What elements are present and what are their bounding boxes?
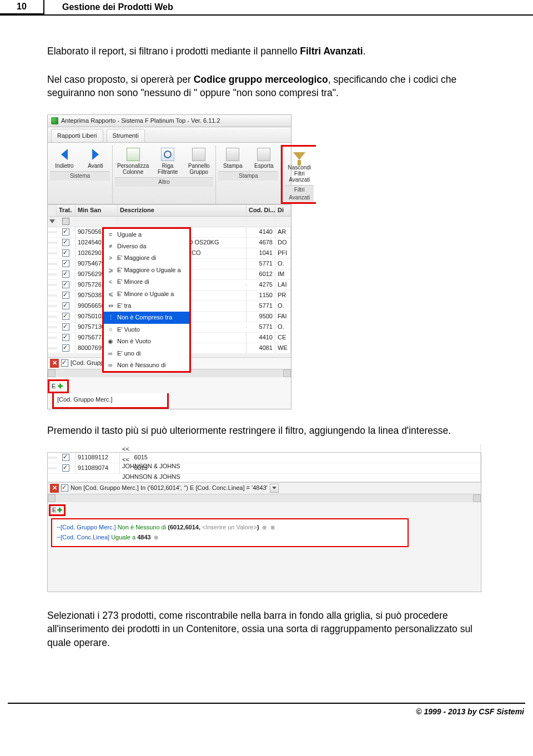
remove-icon[interactable]: ⊗: [269, 524, 276, 531]
plus-icon: ✚: [57, 506, 62, 514]
checkbox-icon[interactable]: [62, 292, 69, 299]
checkbox-icon[interactable]: [62, 323, 69, 331]
checkbox-icon[interactable]: [62, 271, 69, 278]
checkbox-icon[interactable]: [62, 313, 69, 320]
funnel-icon: [49, 219, 55, 223]
col-cod-di[interactable]: Cod. Di...: [247, 205, 275, 216]
filter-line-2[interactable]: ┈[Cod. Conc.Linea] Uguale a 4843 ⊗: [57, 533, 403, 543]
context-menu-item[interactable]: ○E' Vuoto: [104, 324, 189, 336]
filter-tree: ┈[Cod. Gruppo Merc.] Non è Nessuno di (6…: [51, 518, 409, 547]
operator-icon: <: [107, 278, 114, 286]
col-descrizione[interactable]: Descrizione: [118, 205, 247, 216]
context-menu-item[interactable]: ⩾E' Maggiore o Uguale a: [104, 264, 189, 276]
checkbox-icon[interactable]: [61, 484, 68, 492]
operator-icon: ≠: [107, 242, 114, 251]
chevron-left-icon: [61, 149, 68, 160]
panel-group-icon: [192, 148, 205, 161]
label: Avanti: [88, 163, 103, 169]
operator-icon: ∞: [107, 349, 114, 358]
operator-icon: ⋮: [107, 313, 114, 322]
app-icon: [51, 117, 58, 124]
window-titlebar: Anteprima Rapporto - Sistema F Platinum …: [48, 115, 291, 127]
context-menu-item[interactable]: ≠Diverso da: [104, 241, 189, 252]
context-menu-item[interactable]: ∞E' uno di: [104, 348, 189, 359]
remove-icon[interactable]: ⊗: [153, 534, 159, 541]
nascondi-filtri-button[interactable]: Nascondi Filtri Avanzati: [285, 148, 314, 184]
context-menu-item[interactable]: =Uguale a: [104, 229, 189, 241]
context-menu-item[interactable]: ◉Non è Vuoto: [104, 336, 189, 347]
context-menu-item[interactable]: ⇔E' tra: [104, 300, 189, 312]
close-filter-button[interactable]: ✕: [50, 359, 59, 368]
label: Stampa: [223, 163, 242, 169]
checkbox-icon[interactable]: [62, 218, 69, 225]
col-di[interactable]: Di: [275, 205, 291, 216]
table-row[interactable]: 911089074<<6015JOHNSON & JOHNS: [48, 463, 481, 474]
checkbox-icon[interactable]: [62, 228, 69, 236]
checkbox-icon[interactable]: [62, 302, 69, 309]
paragraph-3: Premendo il tasto più si può ulteriormen…: [47, 424, 497, 438]
filter-field: [Cod. Conc.Linea]: [61, 534, 109, 540]
text-bold: Codice gruppo merceologico: [194, 74, 328, 85]
filter-field[interactable]: [Cod. Gruppo Merc.]: [57, 396, 113, 403]
grid-body: 911089112<<6015JOHNSON & JOHNS911089074<…: [48, 453, 481, 474]
operator-icon: ⩾: [107, 266, 114, 274]
add-condition-bar[interactable]: E ✚: [48, 379, 69, 393]
operator-icon: ○: [107, 326, 114, 334]
back-button[interactable]: Indietro: [50, 146, 79, 170]
checkbox-icon[interactable]: [62, 281, 69, 288]
plus-icon[interactable]: ⊕: [261, 524, 268, 531]
checkbox-icon[interactable]: [62, 249, 69, 257]
label: Riga Filtrante: [155, 163, 180, 175]
checkbox-icon[interactable]: [62, 454, 69, 461]
operator-icon: ⩽: [107, 290, 114, 298]
riga-filtrante-button[interactable]: Riga Filtrante: [153, 146, 182, 176]
esporta-button[interactable]: Esporta: [249, 146, 278, 170]
text: .: [363, 46, 366, 57]
filter-value: 4843: [137, 534, 150, 540]
section-title: Gestione dei Prodotti Web: [44, 0, 173, 14]
horizontal-scrollbar[interactable]: [48, 494, 481, 502]
label: E: [52, 506, 56, 514]
tab-strumenti[interactable]: Strumenti: [107, 129, 145, 142]
context-menu-item[interactable]: ⩽E' Minore o Uguale a: [104, 288, 189, 300]
screenshot-2: 911089112<<6015JOHNSON & JOHNS911089074<…: [47, 452, 481, 592]
forward-button[interactable]: Avanti: [81, 146, 110, 170]
chevron-right-icon: [92, 149, 99, 160]
page-header: 10 Gestione dei Prodotti Web: [0, 0, 533, 16]
personalizza-colonne-button[interactable]: Personalizza Colonne: [115, 146, 151, 176]
context-menu-item[interactable]: ⋮Non è Compreso tra: [104, 312, 189, 323]
paragraph-2: Nel caso proposto, si opererà per Codice…: [47, 73, 497, 100]
label: Nascondi Filtri Avanzati: [287, 164, 311, 183]
text: Nel caso proposto, si opererà per: [47, 74, 194, 85]
stampa-button[interactable]: Stampa: [218, 146, 247, 170]
copyright: © 1999 - 2013 by CSF Sistemi: [0, 704, 533, 726]
context-menu-item[interactable]: ∞Non è Nessuno di: [104, 359, 189, 371]
checkbox-icon[interactable]: [61, 359, 68, 367]
checkbox-icon[interactable]: [62, 334, 69, 341]
close-filter-button[interactable]: ✕: [50, 484, 59, 493]
filter-line-1[interactable]: ┈[Cod. Gruppo Merc.] Non è Nessuno di (6…: [57, 523, 403, 533]
col-trat[interactable]: Trat.: [57, 205, 76, 216]
tab-rapporti-liberi[interactable]: Rapporti Liberi: [51, 129, 103, 142]
add-condition-bar[interactable]: E ✚: [49, 504, 66, 516]
filter-field: [Cod. Gruppo Merc.]: [61, 524, 116, 530]
checkbox-icon[interactable]: [62, 260, 69, 267]
pannello-gruppo-button[interactable]: Pannello Gruppo: [184, 146, 213, 176]
context-menu-item[interactable]: <E' Minore di: [104, 276, 189, 288]
plus-icon: ✚: [58, 382, 63, 390]
checkbox-icon[interactable]: [62, 464, 69, 472]
label: E: [52, 382, 56, 390]
checkbox-icon[interactable]: [62, 239, 69, 246]
funnel-icon: [293, 152, 305, 160]
checkbox-icon[interactable]: [62, 344, 69, 352]
context-menu-item[interactable]: >E' Maggiore di: [104, 252, 189, 264]
grid-filter-row[interactable]: [48, 217, 291, 227]
col-minsan[interactable]: Min San: [76, 205, 118, 216]
window-title: Anteprima Rapporto - Sistema F Platinum …: [61, 117, 220, 125]
ribbon-group-label: Altro: [115, 177, 213, 187]
operator-icon: ◉: [107, 337, 114, 346]
dropdown-icon[interactable]: [270, 484, 279, 493]
screenshot-1: Anteprima Rapporto - Sistema F Platinum …: [47, 114, 291, 410]
ribbon: Indietro Avanti Sistema Personalizza Col…: [48, 143, 291, 204]
filter-row-icon: [161, 148, 174, 161]
